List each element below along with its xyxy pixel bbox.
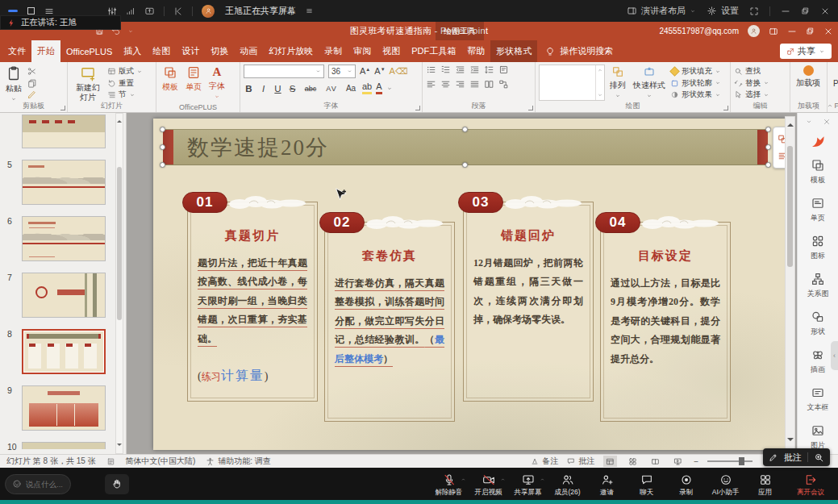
menu-tab[interactable]: 审阅 [348, 40, 377, 62]
chat-input[interactable] [26, 480, 66, 489]
columns-icon[interactable] [484, 79, 494, 90]
share-options-icon[interactable] [305, 6, 314, 15]
tell-me-search[interactable]: 操作说明搜索 [545, 40, 613, 62]
addins-button[interactable]: 加载项 [794, 65, 823, 90]
arrange-button[interactable]: 排列 [607, 65, 628, 100]
shape-glyph[interactable] [562, 89, 573, 100]
section-button[interactable]: 节 [107, 90, 143, 100]
slide-preview[interactable] [22, 216, 106, 261]
shape-glyph[interactable] [583, 89, 594, 100]
selection-handle[interactable] [160, 162, 165, 168]
selection-handle[interactable] [160, 144, 165, 150]
slide-card[interactable]: 01 真题切片 题切片法，把近十年真题按高数、线代成小卷，每天限时刷一组，当晚归… [187, 202, 318, 402]
share-button[interactable]: 共享 [780, 44, 832, 59]
menu-tab[interactable]: 视图 [377, 40, 406, 62]
character-spacing-button[interactable]: AV [323, 85, 340, 93]
slide-preview[interactable] [22, 329, 106, 374]
thumbnail-scrollbar[interactable] [115, 113, 123, 454]
underline-button[interactable]: U [273, 84, 283, 94]
chat-input-pill[interactable] [5, 474, 71, 494]
slide-title-banner[interactable]: 数学速提20分 [163, 129, 768, 165]
shape-gallery-scroll[interactable] [595, 65, 604, 100]
ppt-minimize-icon[interactable] [787, 27, 797, 36]
collapse-ribbon-icon[interactable] [826, 102, 834, 110]
slide-card[interactable]: 02 套卷仿真 进行套卷仿真，隔天真题整卷模拟，训练答题时间分配，做完立即写失分… [324, 222, 455, 422]
sidebar-tool[interactable]: 关系图 [807, 272, 829, 299]
menu-tab[interactable]: OfficePLUS [60, 40, 118, 62]
shape-effects-button[interactable]: 形状效果 [670, 90, 721, 100]
shape-glyph[interactable] [552, 66, 562, 77]
meeting-toolbar-button[interactable]: 应用 [745, 471, 785, 498]
slide-thumbnail[interactable]: 6 [0, 216, 126, 261]
minimize-dash-icon[interactable] [8, 10, 18, 12]
emoji-icon[interactable] [12, 479, 22, 489]
normal-view-button[interactable] [603, 456, 617, 467]
menu-tab[interactable]: 切换 [205, 40, 234, 62]
zoom-out-button[interactable]: − [694, 457, 698, 466]
menu-tab[interactable]: 设计 [176, 40, 205, 62]
selection-handle[interactable] [765, 127, 771, 132]
bold-button[interactable]: B [244, 84, 254, 94]
menu-tab[interactable]: 帮助 [461, 40, 490, 62]
sidebar-tool[interactable]: 图标 [807, 234, 829, 261]
shape-fill-button[interactable]: 形状填充 [670, 66, 721, 77]
shape-glyph[interactable] [562, 66, 573, 77]
dialog-launcher-icon[interactable] [415, 106, 420, 110]
selection-handle[interactable] [160, 127, 165, 132]
menu-tab[interactable]: 动画 [234, 40, 263, 62]
network-signal-icon[interactable] [126, 6, 135, 16]
line-spacing-icon[interactable] [484, 65, 494, 75]
shape-glyph[interactable] [573, 77, 583, 89]
slide-sorter-button[interactable] [626, 456, 640, 467]
language-status[interactable]: 简体中文(中国大陆) [126, 456, 196, 467]
slide-thumbnail[interactable]: 5 [0, 160, 126, 205]
ppt-close-icon[interactable] [823, 27, 833, 36]
shape-glyph[interactable] [583, 77, 594, 89]
text-direction-icon[interactable] [498, 65, 509, 75]
notes-page-icon[interactable] [106, 457, 115, 466]
italic-button[interactable]: I [258, 84, 269, 94]
officeplus-page-button[interactable]: 单页 [183, 65, 204, 94]
slide-preview[interactable] [22, 385, 106, 431]
small-strike-button[interactable]: abc [302, 85, 319, 93]
shape-glyph[interactable] [552, 89, 562, 100]
menu-tab[interactable]: 文件 [2, 40, 31, 62]
officeplus-template-button[interactable]: 模板 [160, 65, 181, 94]
shape-glyph[interactable] [573, 89, 583, 100]
caret-down-icon[interactable] [127, 28, 134, 35]
slide-thumbnail[interactable]: 8 [0, 329, 126, 374]
highlight-color-button[interactable]: ab [362, 82, 372, 94]
format-painter-icon[interactable] [27, 90, 37, 100]
menu-tab[interactable]: 插入 [118, 40, 147, 62]
numbering-icon[interactable] [440, 65, 451, 75]
slide-preview[interactable] [22, 273, 106, 318]
slide-preview[interactable] [22, 442, 106, 449]
slide-card[interactable]: 03 错题回炉 12月错题回炉，把前两轮错题重组，隔三天做一次，连续两次满分即划… [463, 202, 594, 402]
zoom-slider[interactable] [707, 460, 753, 462]
dialog-launcher-icon[interactable] [723, 106, 728, 110]
slide-scrollbar[interactable] [785, 116, 795, 449]
meeting-toolbar-button[interactable]: 成员(26) [548, 471, 587, 498]
caret-up-icon[interactable] [461, 477, 466, 482]
pdf-convert-button[interactable]: PDF转换 [831, 65, 838, 98]
shape-glyph[interactable] [583, 66, 594, 77]
meeting-toolbar-button[interactable]: 解除静音 [429, 471, 469, 498]
indent-icon[interactable] [469, 65, 480, 75]
meeting-toolbar-button[interactable]: 邀请 [587, 471, 627, 498]
caret-down-icon[interactable] [386, 85, 393, 92]
presenter-layout-button[interactable]: 演讲者布局 [627, 5, 696, 17]
comments-toggle[interactable]: 批注 [567, 456, 594, 467]
font-name-select[interactable] [244, 65, 324, 78]
panel-collapse-tab[interactable]: ‹ [831, 341, 838, 370]
sidebar-tool[interactable]: 形状 [807, 310, 829, 337]
sidebar-tool[interactable]: 模板 [807, 158, 829, 185]
reset-button[interactable]: 重置 [107, 78, 143, 89]
selection-handle[interactable] [462, 127, 468, 132]
shape-outline-button[interactable]: 形状轮廓 [670, 78, 721, 89]
menu-tab[interactable]: 开始 [31, 40, 60, 62]
caret-up-icon[interactable] [500, 477, 506, 482]
quick-styles-button[interactable]: 快速样式 [631, 65, 668, 100]
cut-icon[interactable] [27, 66, 37, 77]
restore-icon[interactable] [801, 6, 810, 15]
font-size-select[interactable]: 36 [328, 65, 356, 78]
